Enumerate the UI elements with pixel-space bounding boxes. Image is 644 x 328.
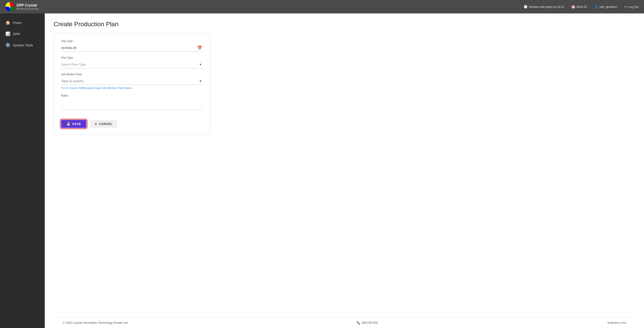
content-main: Create Production Plan Plan Date 📅 Plan … [54, 21, 635, 317]
plan-type-label: Plan Type [61, 56, 203, 59]
logo-area: E ERP Crystal the best is yet to be.. [5, 2, 39, 11]
user-info: 👤 udit_dprdemo [594, 5, 617, 9]
footer: © 2025 Crystal Information Technology Pr… [54, 317, 635, 328]
content-area: Create Production Plan Plan Date 📅 Plan … [45, 14, 644, 328]
gear-icon: ⚙️ [5, 43, 10, 48]
logout-label: Log Out [628, 5, 639, 9]
tagline-text: Software is Art [607, 321, 626, 324]
footer-phone: 📞 9867357300 [357, 321, 378, 324]
logo-subtitle: the best is yet to be.. [16, 8, 39, 10]
notes-input[interactable] [61, 99, 203, 110]
main-layout: 🏠 Prism 📊 DPR ⚙️ System Tools Create Pro… [0, 14, 644, 328]
app-header: E ERP Crystal the best is yet to be.. 🕐 … [0, 0, 644, 14]
job-worker-label: Job Worker Party [61, 73, 203, 76]
save-button[interactable]: 💾 SAVE [61, 120, 86, 128]
job-worker-group: Job Worker Party ▼ For In House Slitting… [61, 73, 203, 90]
sidebar-item-dpr[interactable]: 📊 DPR [0, 28, 45, 39]
logo-text: ERP Crystal the best is yet to be.. [16, 3, 39, 10]
session-label: Session will expire at 18:23 [529, 5, 564, 9]
sidebar-item-prism[interactable]: 🏠 Prism [0, 17, 45, 28]
logo-icon: E [5, 2, 14, 11]
clock-icon: 🕐 [524, 5, 528, 9]
notes-label: Notes [61, 94, 203, 97]
username-label: udit_dprdemo [599, 5, 617, 9]
page-title: Create Production Plan [54, 21, 635, 28]
cancel-button[interactable]: ✕ CANCEL [90, 120, 117, 128]
plan-date-input[interactable] [61, 44, 203, 52]
sidebar-item-label: Prism [13, 21, 22, 25]
session-info: 🕐 Session will expire at 18:23 [524, 5, 564, 9]
date-wrapper: 📅 [61, 44, 203, 52]
notes-group: Notes [61, 94, 203, 111]
fiscal-year-label: 2024-25 [576, 5, 587, 9]
logout-icon: ↪ [624, 5, 627, 9]
fiscal-year: 📅 2024-25 [571, 5, 587, 9]
plan-type-group: Plan Type Select Plan Type ▼ [61, 56, 203, 68]
sidebar-item-system-tools[interactable]: ⚙️ System Tools [0, 39, 45, 51]
calendar-picker-icon[interactable]: 📅 [197, 46, 202, 50]
logo-title: ERP Crystal [16, 3, 39, 8]
calendar-icon: 📅 [571, 5, 575, 9]
save-label: SAVE [72, 122, 81, 126]
phone-icon: 📞 [357, 321, 360, 324]
job-worker-input[interactable] [61, 77, 203, 85]
phone-number: 9867357300 [362, 321, 378, 324]
form-card: Plan Date 📅 Plan Type Select Plan Type ▼ [54, 33, 210, 134]
copyright-text: © 2025 Crystal Information Technology Pr… [63, 321, 128, 324]
plan-type-select[interactable]: Select Plan Type [61, 61, 203, 68]
chart-icon: 📊 [5, 31, 10, 36]
job-worker-wrapper: ▼ [61, 77, 203, 85]
cancel-label: CANCEL [99, 122, 112, 126]
plan-type-wrapper: Select Plan Type ▼ [61, 61, 203, 68]
home-icon: 🏠 [5, 20, 10, 25]
user-icon: 👤 [594, 5, 598, 9]
sidebar-item-label: DPR [13, 32, 20, 36]
save-icon: 💾 [66, 122, 70, 126]
plan-date-label: Plan Date [61, 40, 203, 43]
logout-button[interactable]: ↪ Log Out [624, 5, 639, 9]
sidebar-item-label: System Tools [13, 43, 33, 47]
sidebar: 🏠 Prism 📊 DPR ⚙️ System Tools [0, 14, 45, 328]
button-row: 💾 SAVE ✕ CANCEL [61, 116, 203, 128]
hint-text: For In House Slitting plan keep Job Work… [61, 86, 203, 90]
plan-date-group: Plan Date 📅 [61, 40, 203, 52]
cancel-icon: ✕ [94, 122, 97, 126]
header-info: 🕐 Session will expire at 18:23 📅 2024-25… [524, 5, 639, 9]
